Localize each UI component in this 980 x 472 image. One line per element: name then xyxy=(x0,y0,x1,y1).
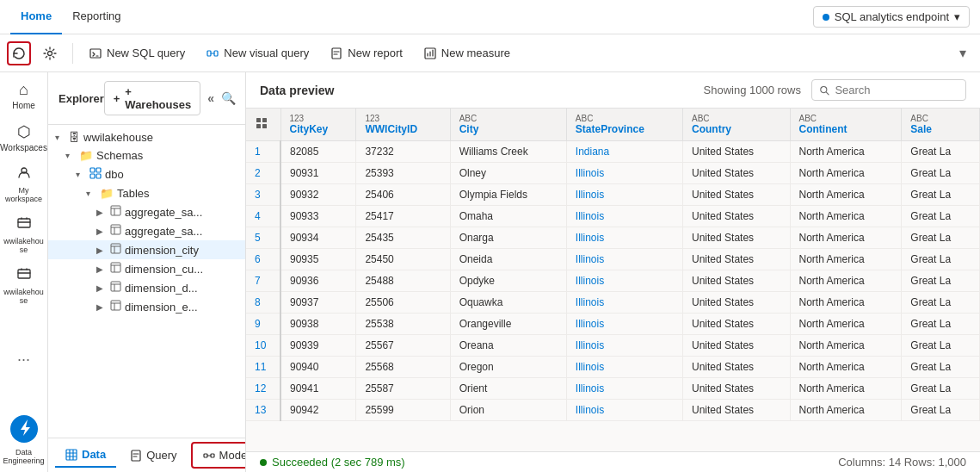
refresh-button[interactable] xyxy=(7,41,31,65)
col-header-selector xyxy=(246,109,280,141)
cell-wwicityid: 25435 xyxy=(356,227,450,249)
cell-country: United States xyxy=(683,163,791,184)
table-row: 7 90936 25488 Opdyke Illinois United Sta… xyxy=(246,270,980,292)
cell-citykey: 90942 xyxy=(280,400,356,421)
warehouses-label: + Warehouses xyxy=(125,85,191,111)
settings-button[interactable] xyxy=(34,43,65,64)
toolbar-expand-button[interactable]: ▾ xyxy=(952,41,973,65)
schema-icon xyxy=(89,167,102,182)
tree-item-dbo[interactable]: ▾ dbo xyxy=(48,165,245,184)
svg-rect-3 xyxy=(214,51,218,56)
cell-state: Illinois xyxy=(566,378,682,400)
svg-rect-24 xyxy=(256,118,261,122)
cell-city: Oregon xyxy=(450,357,566,378)
tab-data[interactable]: Data xyxy=(55,443,116,468)
cell-wwicityid: 25599 xyxy=(356,400,450,421)
row-number: 5 xyxy=(246,227,280,249)
new-measure-button[interactable]: New measure xyxy=(415,43,519,64)
tree-label-wwilakehouse: wwilakehouse xyxy=(83,131,153,144)
cell-citykey: 90935 xyxy=(280,249,356,270)
tree-item-dimension-e[interactable]: ▶ dimension_e... xyxy=(48,297,245,316)
sidebar-item-my-workspace[interactable]: My workspace xyxy=(3,159,45,208)
tree-item-dimension-cu[interactable]: ▶ dimension_cu... xyxy=(48,259,245,278)
tree-item-wwilakehouse[interactable]: ▾ 🗄 wwilakehouse xyxy=(48,128,245,146)
row-number: 7 xyxy=(246,270,280,292)
collapse-panel-icon[interactable]: « xyxy=(207,91,214,105)
svg-rect-12 xyxy=(96,174,101,178)
tree-item-schemas[interactable]: ▾ 📁 Schemas xyxy=(48,146,245,165)
cell-wwicityid: 37232 xyxy=(356,141,450,163)
sidebar-label-my-workspace: My workspace xyxy=(5,186,42,203)
tree-item-aggregate-sa-1[interactable]: ▶ aggregate_sa... xyxy=(48,202,245,221)
cell-city: Omaha xyxy=(450,206,566,227)
cell-citykey: 90933 xyxy=(280,206,356,227)
plus-icon: + xyxy=(114,92,120,105)
report-icon xyxy=(330,47,343,60)
search-explorer-icon[interactable]: 🔍 xyxy=(221,91,236,105)
tab-home[interactable]: Home xyxy=(10,0,62,34)
cell-sale: Great La xyxy=(902,227,980,249)
tree-item-tables[interactable]: ▾ 📁 Tables xyxy=(48,184,245,202)
cell-wwicityid: 25450 xyxy=(356,249,450,270)
tab-reporting[interactable]: Reporting xyxy=(62,0,131,34)
toolbar-separator xyxy=(72,43,73,64)
cell-continent: North America xyxy=(790,335,902,357)
status-success: Succeeded (2 sec 789 ms) xyxy=(260,456,405,469)
chevron-down-icon: ▾ xyxy=(954,10,960,23)
svg-rect-26 xyxy=(256,124,261,128)
col-header-wwicityid: 123WWICityID xyxy=(356,109,450,141)
cell-continent: North America xyxy=(790,206,902,227)
explorer-panel: Explorer + + Warehouses « 🔍 ▾ 🗄 wwilakeh… xyxy=(48,72,246,472)
col-header-continent: ABCContinent xyxy=(790,109,902,141)
cell-citykey: 90937 xyxy=(280,292,356,314)
cell-state: Illinois xyxy=(566,227,682,249)
svg-rect-20 xyxy=(132,450,140,461)
sidebar-more-button[interactable]: ··· xyxy=(17,351,30,369)
row-number: 12 xyxy=(246,378,280,400)
endpoint-selector[interactable]: SQL analytics endpoint ▾ xyxy=(813,6,970,28)
home-icon: ⌂ xyxy=(19,81,28,99)
tab-query[interactable]: Query xyxy=(120,444,187,467)
data-table-container: 123CityKey 123WWICityID ABCCity ABCState… xyxy=(246,109,980,451)
tab-query-label: Query xyxy=(146,449,176,462)
expand-arrow: ▶ xyxy=(96,302,107,312)
add-warehouses-button[interactable]: + + Warehouses xyxy=(104,81,200,115)
tree-item-dimension-d[interactable]: ▶ dimension_d... xyxy=(48,278,245,297)
cell-city: Onarga xyxy=(450,227,566,249)
model-icon xyxy=(203,450,215,462)
data-header-right: Showing 1000 rows xyxy=(704,79,966,101)
sidebar-item-home[interactable]: ⌂ Home xyxy=(3,76,45,115)
search-input[interactable] xyxy=(835,84,958,96)
tree-item-aggregate-sa-2[interactable]: ▶ aggregate_sa... xyxy=(48,221,245,240)
cell-sale: Great La xyxy=(902,292,980,314)
cell-state: Illinois xyxy=(566,335,682,357)
cell-country: United States xyxy=(683,357,791,378)
sql-icon xyxy=(89,47,102,60)
explorer-tree: ▾ 🗄 wwilakehouse ▾ 📁 Schemas ▾ dbo ▾ xyxy=(48,125,245,438)
table-row: 10 90939 25567 Oreana Illinois United St… xyxy=(246,335,980,357)
workspaces-icon: ⬡ xyxy=(17,122,31,141)
cell-country: United States xyxy=(683,249,791,270)
table-icon xyxy=(110,243,121,257)
cell-continent: North America xyxy=(790,249,902,270)
cell-state: Indiana xyxy=(566,141,682,163)
search-box[interactable] xyxy=(811,79,966,101)
tab-model[interactable]: Model xyxy=(191,442,246,469)
cell-wwicityid: 25568 xyxy=(356,357,450,378)
sidebar-item-wwilakehouse-1[interactable]: wwilakehou se xyxy=(3,210,45,259)
row-number: 3 xyxy=(246,184,280,206)
cell-sale: Great La xyxy=(902,335,980,357)
tree-item-dimension-city[interactable]: ▶ dimension_city xyxy=(48,240,245,259)
folder-icon: 📁 xyxy=(100,187,114,200)
cell-continent: North America xyxy=(790,141,902,163)
new-report-button[interactable]: New report xyxy=(321,43,411,64)
sidebar-item-wwilakehouse-2[interactable]: wwilakehou se xyxy=(3,261,45,310)
new-visual-query-button[interactable]: New visual query xyxy=(197,43,317,64)
left-nav: ⌂ Home ⬡ Workspaces My workspace wwilake… xyxy=(0,72,48,472)
cell-continent: North America xyxy=(790,163,902,184)
tree-label-dimension-city: dimension_city xyxy=(125,244,199,257)
lakehouse-icon-1 xyxy=(16,215,32,235)
new-sql-query-button[interactable]: New SQL query xyxy=(80,43,194,64)
sidebar-item-workspaces[interactable]: ⬡ Workspaces xyxy=(3,117,45,158)
data-engineering-icon[interactable] xyxy=(10,415,38,443)
